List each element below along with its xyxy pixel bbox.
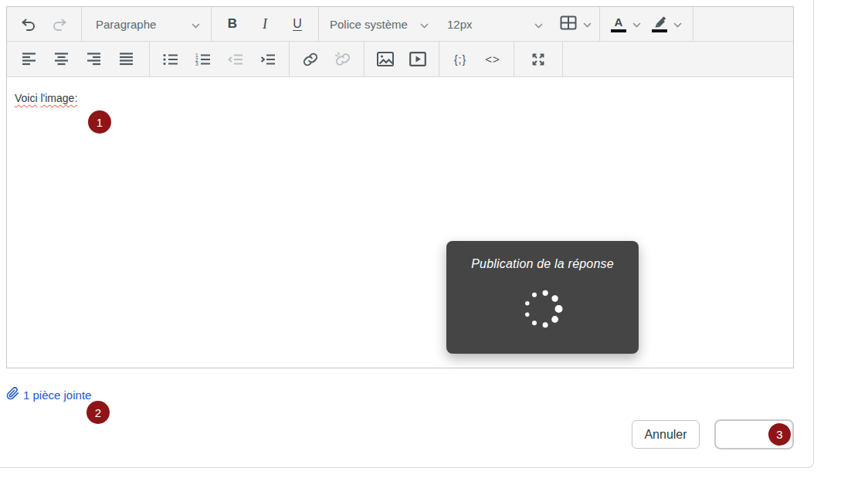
code-sample-icon: {;} — [454, 53, 466, 66]
chevron-down-icon — [632, 19, 641, 30]
editor-paragraph: Voici l'image: — [15, 92, 785, 104]
align-right-icon — [87, 53, 101, 66]
toolbar-row-1: Paragraphe B I U — [7, 7, 793, 42]
misspelled-word: l'image: — [40, 92, 77, 104]
paperclip-icon — [6, 387, 19, 403]
attachment-link[interactable]: 1 pièce jointe — [6, 387, 91, 403]
code-sample-button[interactable]: {;} — [444, 42, 476, 76]
bullet-list-icon — [163, 53, 178, 66]
indent-icon — [260, 53, 276, 66]
insert-image-button[interactable] — [369, 42, 402, 76]
font-size-select[interactable]: 12px — [436, 7, 552, 41]
font-family-select[interactable]: Police système — [319, 7, 436, 41]
annotation-badge-2: 2 — [86, 401, 110, 424]
video-icon — [409, 52, 426, 66]
media-group — [364, 42, 439, 76]
cancel-button[interactable]: Annuler — [632, 420, 700, 449]
align-right-button[interactable] — [78, 42, 110, 76]
chevron-down-icon — [673, 19, 682, 30]
bold-button[interactable]: B — [216, 7, 249, 41]
fullscreen-icon — [531, 53, 545, 66]
toolbar-row-2: 1 2 3 — [7, 42, 793, 77]
annotation-badge-3: 3 — [768, 423, 791, 446]
indent-button[interactable] — [252, 42, 284, 76]
code-group: {;} <> — [439, 42, 514, 76]
align-group — [7, 42, 150, 76]
outdent-icon — [228, 53, 243, 66]
undo-button[interactable] — [12, 7, 44, 41]
svg-text:3: 3 — [195, 61, 198, 66]
text-color-button[interactable]: A — [608, 7, 644, 41]
source-code-icon: <> — [485, 53, 500, 66]
paragraph-format-select[interactable]: Paragraphe — [96, 7, 200, 41]
align-left-icon — [22, 53, 36, 66]
annotation-badge-1: 1 — [88, 110, 111, 134]
chevron-down-icon — [583, 19, 592, 30]
italic-button[interactable]: I — [249, 7, 281, 41]
redo-button[interactable] — [44, 7, 76, 41]
italic-icon: I — [263, 16, 267, 32]
insert-link-button[interactable] — [294, 42, 327, 76]
loading-spinner-icon — [446, 241, 639, 354]
align-center-icon — [55, 53, 69, 66]
reply-panel: Paragraphe B I U — [0, 0, 814, 468]
history-group — [7, 7, 82, 41]
justify-button[interactable] — [110, 42, 143, 76]
font-family-value: Police système — [330, 18, 408, 31]
list-group: 1 2 3 — [150, 42, 290, 76]
reply-editor-page: Paragraphe B I U — [0, 0, 868, 485]
numbered-list-icon: 1 2 3 — [195, 53, 211, 66]
posting-toast: Publication de la réponse — [446, 241, 639, 354]
highlight-color-button[interactable] — [649, 7, 685, 41]
highlighter-icon — [652, 16, 667, 32]
justify-icon — [120, 53, 134, 66]
align-left-button[interactable] — [13, 42, 46, 76]
bullet-list-button[interactable] — [154, 42, 187, 76]
paragraph-format-group: Paragraphe — [82, 7, 212, 41]
chevron-down-icon — [534, 18, 543, 31]
source-code-button[interactable]: <> — [476, 42, 509, 76]
editor-content-area[interactable]: Voici l'image: — [7, 77, 793, 367]
outdent-button[interactable] — [219, 42, 252, 76]
font-group: Police système 12px — [319, 7, 600, 41]
table-button[interactable] — [552, 7, 599, 41]
underline-button[interactable]: U — [281, 7, 314, 41]
remove-link-button[interactable] — [327, 42, 359, 76]
table-icon — [560, 15, 577, 32]
bold-icon: B — [228, 16, 237, 32]
image-icon — [377, 52, 394, 66]
chevron-down-icon — [420, 18, 429, 31]
misspelled-word: Voici — [15, 92, 38, 104]
view-group — [514, 42, 563, 76]
paragraph-format-value: Paragraphe — [96, 18, 156, 31]
undo-icon — [20, 17, 36, 32]
unlink-icon — [335, 52, 351, 67]
basic-format-group: B I U — [212, 7, 319, 41]
toolbar-spacer — [563, 42, 793, 76]
align-center-button[interactable] — [46, 42, 78, 76]
color-group: A — [600, 7, 693, 41]
rich-text-editor: Paragraphe B I U — [6, 6, 794, 368]
fullscreen-button[interactable] — [522, 42, 554, 76]
chevron-down-icon — [192, 18, 200, 31]
font-size-value: 12px — [447, 18, 473, 31]
link-icon — [303, 52, 318, 67]
toolbar-spacer — [693, 7, 793, 41]
underline-icon: U — [293, 17, 302, 31]
insert-video-button[interactable] — [402, 42, 434, 76]
link-group — [290, 42, 364, 76]
attachment-count-label: 1 pièce jointe — [23, 388, 91, 402]
redo-icon — [53, 17, 68, 32]
numbered-list-button[interactable]: 1 2 3 — [187, 42, 219, 76]
text-color-icon: A — [611, 16, 626, 32]
